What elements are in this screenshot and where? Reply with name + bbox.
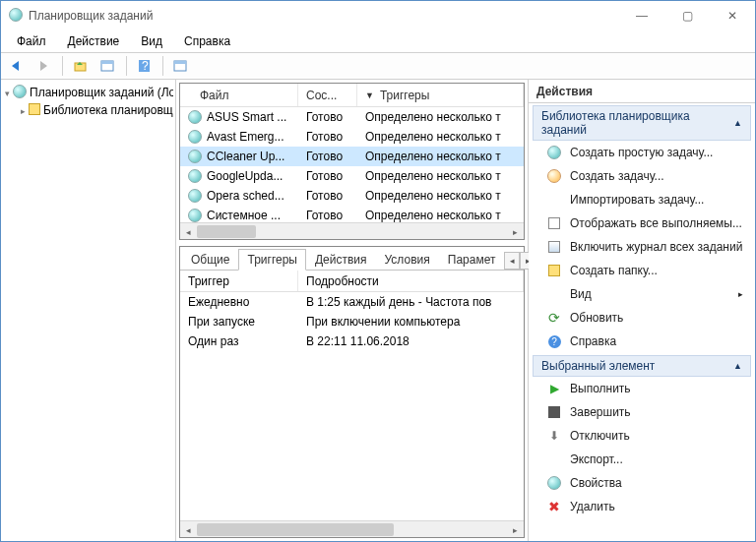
- collapse-icon[interactable]: ▾: [5, 89, 10, 97]
- task-trigger: Определено несколько т: [357, 110, 524, 124]
- action-group-selected[interactable]: Выбранный элемент ▲: [533, 355, 751, 377]
- action-label: Включить журнал всех заданий: [570, 240, 742, 254]
- middle-column: Файл Сос... ▼Триггеры ASUS Smart ...Гото…: [176, 80, 529, 541]
- task-icon: [188, 130, 202, 144]
- action-help[interactable]: ?Справка: [533, 330, 751, 353]
- collapse-icon[interactable]: ▲: [733, 361, 742, 371]
- menu-help[interactable]: Справка: [174, 32, 240, 50]
- panel2-button[interactable]: [169, 55, 193, 77]
- action-label: Импортировать задачу...: [570, 193, 704, 207]
- task-state: Готово: [298, 150, 357, 163]
- task-icon: [188, 209, 202, 222]
- action-delete[interactable]: ✖Удалить: [533, 495, 751, 518]
- tree-child-label: Библиотека планировщ: [43, 103, 173, 117]
- task-state: Готово: [298, 110, 357, 124]
- action-properties[interactable]: Свойства: [533, 471, 751, 495]
- task-row[interactable]: GoogleUpda...ГотовоОпределено несколько …: [180, 166, 524, 186]
- action-export[interactable]: Экспорт...: [533, 448, 751, 471]
- action-enable-history[interactable]: Включить журнал всех заданий: [533, 235, 751, 259]
- col-details[interactable]: Подробности: [298, 271, 524, 291]
- task-trigger: Определено несколько т: [357, 130, 524, 144]
- action-refresh[interactable]: ⟳Обновить: [533, 306, 751, 330]
- tabs: Общие Триггеры Действия Условия Парамет …: [180, 247, 524, 271]
- menu-action[interactable]: Действие: [58, 32, 130, 50]
- task-row[interactable]: Opera sched...ГотовоОпределено несколько…: [180, 186, 524, 206]
- tab-general[interactable]: Общие: [182, 249, 238, 271]
- trigger-row[interactable]: ЕжедневноВ 1:25 каждый день - Частота по…: [180, 292, 524, 312]
- scroll-left-icon[interactable]: ◂: [180, 223, 197, 240]
- scroll-right-icon[interactable]: ▸: [507, 223, 524, 240]
- action-create-simple[interactable]: Создать простую задачу...: [533, 141, 751, 164]
- menu-file[interactable]: Файл: [7, 32, 56, 50]
- panel1-button[interactable]: [96, 55, 120, 77]
- trigger-body[interactable]: ЕжедневноВ 1:25 каждый день - Частота по…: [180, 292, 524, 520]
- col-triggers[interactable]: ▼Триггеры: [357, 84, 524, 106]
- titlebar: Планировщик заданий — ▢ ✕: [1, 1, 755, 30]
- action-icon: ?: [546, 333, 562, 349]
- task-row[interactable]: CCleaner Up...ГотовоОпределено несколько…: [180, 147, 524, 166]
- action-group-library[interactable]: Библиотека планировщика заданий ▲: [533, 105, 751, 141]
- actions-list-1: Создать простую задачу...Создать задачу.…: [529, 141, 755, 353]
- tab-conditions[interactable]: Условия: [376, 249, 439, 271]
- action-label: Выполнить: [570, 382, 631, 395]
- tree-pane[interactable]: ▾ Планировщик заданий (Лок ▸ Библиотека …: [1, 80, 176, 541]
- task-name: CCleaner Up...: [207, 150, 284, 163]
- task-row[interactable]: Avast Emerg...ГотовоОпределено несколько…: [180, 127, 524, 147]
- action-create-task[interactable]: Создать задачу...: [533, 164, 751, 188]
- trigger-type: Ежедневно: [180, 295, 298, 309]
- trigger-row[interactable]: Один разВ 22:11 11.06.2018: [180, 331, 524, 351]
- forward-button[interactable]: [32, 55, 56, 77]
- tab-actions[interactable]: Действия: [306, 249, 376, 271]
- tab-params[interactable]: Парамет: [439, 249, 505, 271]
- expand-icon[interactable]: ▸: [21, 106, 26, 115]
- minimize-button[interactable]: —: [619, 1, 664, 30]
- action-label: Отображать все выполняемы...: [570, 216, 742, 230]
- actions-list-2: ▶ВыполнитьЗавершить⬇ОтключитьЭкспорт...С…: [529, 377, 755, 518]
- action-import[interactable]: Импортировать задачу...: [533, 188, 751, 211]
- task-list-body[interactable]: ASUS Smart ...ГотовоОпределено несколько…: [180, 107, 524, 222]
- tree-root[interactable]: ▾ Планировщик заданий (Лок: [3, 84, 173, 101]
- task-state: Готово: [298, 130, 357, 144]
- chevron-right-icon: ▸: [738, 289, 743, 299]
- task-row[interactable]: ASUS Smart ...ГотовоОпределено несколько…: [180, 107, 524, 127]
- action-show-running[interactable]: Отображать все выполняемы...: [533, 211, 751, 235]
- tab-prev-button[interactable]: ◂: [504, 252, 520, 270]
- scroll-thumb[interactable]: [197, 225, 256, 238]
- action-end[interactable]: Завершить: [533, 400, 751, 424]
- scroll-thumb[interactable]: [197, 523, 394, 536]
- action-new-folder[interactable]: Создать папку...: [533, 259, 751, 282]
- trigger-type: Один раз: [180, 334, 298, 348]
- help-button[interactable]: ?: [133, 55, 157, 77]
- horizontal-scrollbar[interactable]: ◂ ▸: [180, 520, 524, 537]
- tab-triggers[interactable]: Триггеры: [238, 249, 306, 271]
- trigger-row[interactable]: При запускеПри включении компьютера: [180, 312, 524, 331]
- action-icon: [546, 263, 562, 278]
- back-button[interactable]: [5, 55, 29, 77]
- task-trigger: Определено несколько т: [357, 150, 524, 163]
- close-button[interactable]: ✕: [710, 1, 755, 30]
- col-file[interactable]: Файл: [180, 84, 298, 106]
- action-disable[interactable]: ⬇Отключить: [533, 424, 751, 448]
- action-view[interactable]: Вид▸: [533, 282, 751, 306]
- col-trigger[interactable]: Триггер: [180, 271, 298, 291]
- action-label: Отключить: [570, 429, 630, 443]
- separator: [162, 56, 163, 76]
- tree-child[interactable]: ▸ Библиотека планировщ: [3, 101, 173, 119]
- task-name: GoogleUpda...: [207, 169, 283, 183]
- trigger-header: Триггер Подробности: [180, 271, 524, 292]
- up-button[interactable]: [69, 55, 93, 77]
- svg-rect-6: [174, 61, 186, 64]
- scroll-right-icon[interactable]: ▸: [507, 521, 524, 538]
- maximize-button[interactable]: ▢: [664, 1, 710, 30]
- col-state[interactable]: Сос...: [298, 84, 357, 106]
- horizontal-scrollbar[interactable]: ◂ ▸: [180, 222, 524, 239]
- collapse-icon[interactable]: ▲: [733, 118, 742, 128]
- window-title: Планировщик заданий: [29, 9, 619, 23]
- action-label: Справка: [570, 334, 616, 348]
- task-list-header: Файл Сос... ▼Триггеры: [180, 84, 524, 107]
- scroll-left-icon[interactable]: ◂: [180, 521, 197, 538]
- action-run[interactable]: ▶Выполнить: [533, 377, 751, 400]
- menu-view[interactable]: Вид: [131, 32, 172, 50]
- task-row[interactable]: Системное ...ГотовоОпределено несколько …: [180, 206, 524, 222]
- task-icon: [188, 110, 202, 124]
